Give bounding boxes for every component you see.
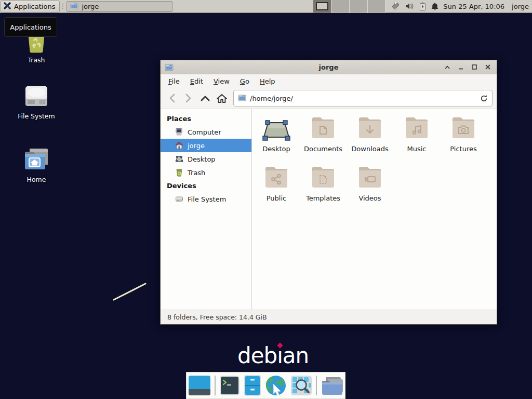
workspace-1[interactable] xyxy=(313,0,331,13)
reload-button[interactable] xyxy=(480,95,488,102)
folder-downloads[interactable]: Downloads xyxy=(347,114,393,164)
folder-grid: Desktop Documents xyxy=(253,114,497,213)
folder-templates[interactable]: Templates xyxy=(300,164,347,213)
folder-pictures[interactable]: Pictures xyxy=(440,114,487,164)
desktop-icon-filesystem[interactable]: File System xyxy=(8,83,65,120)
workspace-window-thumb xyxy=(316,2,328,10)
menu-edit[interactable]: Edit xyxy=(185,76,208,87)
up-button[interactable] xyxy=(198,91,212,105)
app-finder-launcher[interactable] xyxy=(290,375,312,396)
sidebar-item-label: Computer xyxy=(188,128,221,136)
sidebar-item-jorge[interactable]: jorge xyxy=(161,139,251,152)
applications-menu-label: Applications xyxy=(14,3,55,10)
taskbar-window-button[interactable]: jorge xyxy=(66,1,172,12)
top-panel: Applications jorge xyxy=(0,0,532,13)
battery-icon[interactable] xyxy=(419,2,426,11)
workspace-4[interactable] xyxy=(368,0,386,13)
home-button[interactable] xyxy=(215,91,229,105)
folder-label: Public xyxy=(267,194,286,202)
dock-separator xyxy=(316,376,317,395)
show-desktop-icon xyxy=(188,375,211,396)
folder-label: Desktop xyxy=(262,145,290,153)
sidebar-places-header: Places xyxy=(161,112,251,125)
forward-button[interactable] xyxy=(181,91,196,105)
public-folder-icon xyxy=(263,164,290,191)
folder-desktop[interactable]: Desktop xyxy=(253,114,300,164)
menu-help[interactable]: Help xyxy=(255,76,280,87)
wordmark-left: deb xyxy=(237,343,277,368)
wordmark-right: an xyxy=(283,343,309,368)
videos-folder-icon xyxy=(356,164,383,191)
back-button[interactable] xyxy=(165,91,179,105)
trash-small-icon xyxy=(175,168,183,177)
system-tray xyxy=(391,2,439,11)
desktop-icon-label: Home xyxy=(8,176,65,183)
sidebar-item-computer[interactable]: Computer xyxy=(161,125,251,139)
statusbar: 8 folders, Free space: 14.4 GiB xyxy=(161,310,497,324)
titlebar[interactable]: jorge xyxy=(161,60,497,74)
menu-view[interactable]: View xyxy=(209,76,234,87)
file-cabinet-icon xyxy=(244,375,261,396)
dock-separator xyxy=(215,376,216,395)
web-browser-icon xyxy=(265,375,287,396)
applications-tooltip-text: Applications xyxy=(10,23,51,31)
web-browser-launcher[interactable] xyxy=(265,375,287,396)
bottom-dock xyxy=(186,372,345,399)
folder-documents[interactable]: Documents xyxy=(300,114,347,164)
show-desktop-button[interactable] xyxy=(188,375,211,396)
file-manager-launcher[interactable] xyxy=(244,375,261,396)
panel-clock[interactable]: Sun 25 Apr, 10:06 xyxy=(443,3,504,10)
menu-go[interactable]: Go xyxy=(235,76,254,87)
xfce-logo-icon xyxy=(3,2,11,11)
path-folder-icon xyxy=(238,94,246,103)
sidebar-item-label: Trash xyxy=(188,169,205,177)
tray-stylus-icon[interactable] xyxy=(391,2,401,11)
location-bar[interactable]: /home/jorge/ xyxy=(233,90,493,107)
folder-label: Downloads xyxy=(351,145,388,153)
folder-label: Documents xyxy=(304,145,342,153)
debian-wordmark: debıan xyxy=(237,343,309,368)
notification-bell-icon[interactable] xyxy=(431,2,439,11)
menu-file[interactable]: File xyxy=(164,76,184,87)
folder-public[interactable]: Public xyxy=(253,164,300,213)
desktop-icon-home[interactable]: Home xyxy=(8,145,65,183)
folder-label: Videos xyxy=(358,194,381,202)
pictures-folder-icon xyxy=(450,114,477,141)
folder-label: Music xyxy=(407,145,427,153)
templates-folder-icon xyxy=(310,164,337,191)
shade-button[interactable] xyxy=(443,62,452,72)
sidebar-item-label: jorge xyxy=(188,142,205,150)
sidebar-item-label: Desktop xyxy=(188,155,216,163)
file-view[interactable]: Desktop Documents xyxy=(252,109,497,310)
directory-menu-button[interactable] xyxy=(321,375,343,396)
terminal-icon xyxy=(219,375,240,396)
workspace-2[interactable] xyxy=(331,0,350,13)
sidebar-item-desktop[interactable]: Desktop xyxy=(161,152,251,166)
user-home-icon xyxy=(175,141,183,150)
path-input[interactable]: /home/jorge/ xyxy=(250,95,476,102)
desktop-special-icon xyxy=(262,114,291,141)
sidebar-item-trash[interactable]: Trash xyxy=(161,166,251,179)
applications-menu-button[interactable]: Applications xyxy=(1,1,60,12)
close-button[interactable] xyxy=(483,62,493,72)
applications-tooltip: Applications xyxy=(4,17,57,37)
downloads-folder-icon xyxy=(356,114,383,141)
folder-icon xyxy=(70,2,78,11)
volume-icon[interactable] xyxy=(405,2,415,10)
app-finder-icon xyxy=(290,375,312,396)
sidebar: Places Computer jorge xyxy=(161,109,252,310)
directory-folder-icon xyxy=(321,375,343,396)
terminal-launcher[interactable] xyxy=(219,375,240,396)
workspace-3[interactable] xyxy=(350,0,368,13)
maximize-button[interactable] xyxy=(470,62,479,72)
file-manager-window: jorge File Edit View Go Help xyxy=(160,60,497,325)
folder-music[interactable]: Music xyxy=(393,114,440,164)
folder-videos[interactable]: Videos xyxy=(347,164,393,213)
folder-label: Pictures xyxy=(450,145,476,153)
panel-username[interactable]: jorge xyxy=(512,3,529,10)
workspace-switcher[interactable] xyxy=(313,0,385,13)
drive-icon xyxy=(175,195,183,203)
minimize-button[interactable] xyxy=(456,62,466,72)
desktop-icon-label: File System xyxy=(8,112,65,120)
sidebar-item-file-system[interactable]: File System xyxy=(161,192,251,206)
